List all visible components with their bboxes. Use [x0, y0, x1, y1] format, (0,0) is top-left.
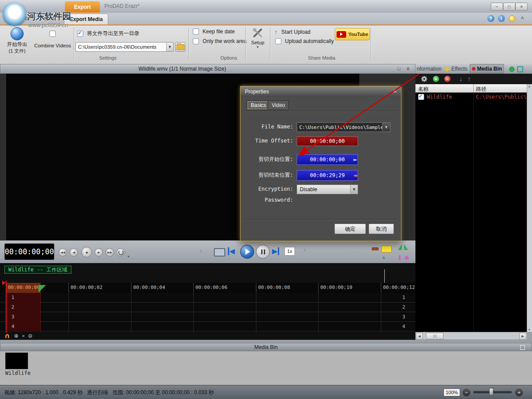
marker-out-icon[interactable] — [404, 244, 408, 250]
collapse-panel-icon[interactable]: ∧ — [406, 66, 410, 71]
play-button[interactable] — [240, 245, 254, 259]
move-up-icon[interactable]: ↑ — [468, 75, 471, 82]
keypad-icon[interactable] — [381, 246, 392, 253]
skip-to-end-button[interactable]: ▶ — [272, 247, 279, 255]
go-end-button[interactable]: ▶▶ — [106, 248, 114, 256]
scroll-right-icon[interactable]: ▶ — [519, 333, 526, 340]
work-area-start-handle[interactable] — [39, 285, 46, 292]
ok-button-label: 确定 — [345, 225, 355, 233]
pause-button[interactable] — [256, 245, 270, 259]
media-thumbnail[interactable] — [5, 353, 28, 369]
go-start-button[interactable]: ◀◀ — [59, 248, 67, 256]
magenta-diamond-icon[interactable] — [404, 255, 409, 260]
media-bin-row[interactable]: Wildlife C:\Users\Public\Videos — [415, 93, 527, 101]
tab-information[interactable]: nformation — [417, 66, 442, 72]
green-status-icon[interactable] — [509, 67, 514, 72]
media-bin-strip-header[interactable]: Media Bin — [0, 343, 532, 351]
start-upload-button[interactable]: ↑ Start Upload — [274, 28, 311, 36]
snap-star-icon[interactable]: * — [128, 255, 129, 260]
record-button[interactable]: ● — [82, 247, 92, 257]
dialog-close-icon[interactable]: ✕ — [393, 88, 397, 94]
collapse-left-icon[interactable]: ‹ — [200, 247, 202, 254]
chevron-down-icon[interactable]: ▼ — [166, 43, 173, 51]
add-item-icon[interactable]: + — [433, 76, 439, 82]
loop-button[interactable] — [117, 248, 125, 256]
row-checkbox-checked-icon[interactable] — [418, 94, 424, 100]
playhead-flag-icon[interactable] — [2, 281, 6, 285]
range-marker-icon[interactable] — [372, 247, 379, 250]
export-path-combobox[interactable]: C:\Users\pc0359.cn-06\Documents ▼ — [75, 42, 174, 52]
zoom-out-button[interactable]: − — [463, 389, 470, 396]
column-path[interactable]: 路径 — [476, 86, 486, 93]
step-forward-button[interactable]: ▶ — [95, 248, 103, 256]
column-name[interactable]: 名称 — [418, 86, 429, 93]
dialog-title-bar[interactable]: Properties ✕ — [241, 86, 401, 97]
start-export-button[interactable]: 开始导出 (1 文件) — [4, 26, 31, 61]
marker-in-icon[interactable] — [398, 244, 402, 250]
export-other-dir-checkbox[interactable]: 将文件导出至另一目录 — [77, 30, 139, 37]
browse-folder-button[interactable] — [175, 42, 185, 52]
playhead[interactable] — [6, 281, 7, 332]
ok-button[interactable]: 确定 — [334, 224, 366, 234]
vertical-scrollbar[interactable]: ▲ ▼ — [527, 84, 532, 332]
maximize-panel-icon[interactable]: □ — [397, 66, 401, 71]
encryption-label: Encryption: — [241, 186, 293, 192]
tab-media-bin[interactable]: Media Bin — [470, 64, 504, 73]
remove-item-icon[interactable]: − — [444, 76, 450, 82]
dialog-tab-basics[interactable]: Basics — [247, 100, 270, 110]
horizontal-scrollbar[interactable]: ◀ ▶ — [415, 332, 527, 339]
reset-zoom-icon[interactable]: × — [22, 333, 25, 338]
collapse-ribbon-icon[interactable]: ∧ — [521, 15, 524, 21]
upload-automatically-checkbox[interactable]: Upload automatically — [275, 38, 334, 44]
only-work-area-label: Only the work area — [202, 38, 247, 44]
work-area-label[interactable]: Wildlife -- 工作区域 — [4, 266, 71, 274]
jump-forward-icon[interactable]: ▶▶ — [353, 157, 356, 162]
playback-speed-button[interactable]: 1x — [284, 247, 295, 256]
info-icon[interactable]: i — [498, 15, 505, 22]
zoom-in-button[interactable]: + — [515, 389, 523, 396]
zoom-slider-thumb[interactable] — [489, 388, 493, 395]
tab-effects[interactable]: Effects — [451, 66, 467, 72]
skip-to-start-button[interactable]: ◀ — [228, 247, 235, 255]
gear-icon[interactable] — [421, 75, 428, 82]
magnet-snap-icon[interactable] — [5, 334, 9, 338]
encryption-dropdown[interactable]: Disable ▼ — [297, 185, 358, 194]
zoom-out-icon[interactable]: ⊖ — [28, 333, 32, 339]
move-down-icon[interactable]: ↓ — [459, 75, 462, 82]
jump-backward-icon[interactable]: ◀◀ — [353, 173, 356, 178]
column-divider[interactable] — [473, 84, 474, 93]
lightbulb-icon[interactable] — [509, 15, 515, 22]
minimize-button[interactable]: − — [491, 3, 503, 11]
cut-end-field[interactable]: 00:00:29;29 ◀◀ — [297, 170, 358, 181]
application-window: ProDAD Erazr* − □ × Export Effects start… — [0, 0, 532, 399]
folder-icon — [177, 44, 184, 50]
chevron-down-icon[interactable]: ▼ — [382, 123, 390, 132]
setup-button[interactable]: Setup ▼ — [247, 26, 268, 61]
scroll-left-icon[interactable]: ◀ — [416, 333, 423, 340]
expand-panel-icon[interactable] — [520, 345, 525, 350]
timeline-ruler[interactable]: 00:00:00;00 00:00:00;02 00:00:00;04 00:0… — [0, 283, 415, 293]
restore-button[interactable]: □ — [503, 3, 515, 11]
scrollbar-thumb[interactable] — [426, 333, 443, 339]
panel-dock-icon[interactable] — [517, 66, 523, 72]
cancel-button[interactable]: 取消 — [369, 224, 394, 234]
keep-file-date-checkbox[interactable]: Keep file date — [193, 28, 235, 35]
youtube-button[interactable]: YouTube — [335, 28, 370, 40]
close-button[interactable]: × — [515, 3, 528, 11]
timeline-tracks[interactable]: 1 2 3 4 1 2 3 4 — [0, 293, 415, 332]
magenta-marker-icon[interactable] — [399, 255, 401, 260]
combine-videos-button[interactable]: Combine Videos — [32, 28, 73, 59]
dialog-tab-video[interactable]: Video — [268, 100, 289, 110]
monitor-icon[interactable] — [214, 248, 225, 256]
chevron-down-icon[interactable]: ▼ — [350, 185, 358, 194]
time-offset-field[interactable]: 00:00:00;00 — [297, 136, 358, 146]
column-divider — [473, 93, 474, 332]
expand-right-icon[interactable]: › — [303, 246, 305, 254]
zoom-in-icon[interactable]: ⊕ — [14, 333, 18, 339]
file-name-combobox[interactable]: C:\Users\Public\Videos\Sample Vid ▼ — [297, 122, 390, 132]
only-work-area-checkbox[interactable]: Only the work area — [193, 38, 247, 44]
cut-start-field[interactable]: 00:00:00;00 ▶▶ — [297, 154, 358, 165]
help-icon[interactable]: ? — [487, 15, 494, 22]
collapse-transport-icon[interactable]: ∧ — [382, 255, 385, 260]
step-back-button[interactable]: ◀ — [70, 248, 78, 256]
